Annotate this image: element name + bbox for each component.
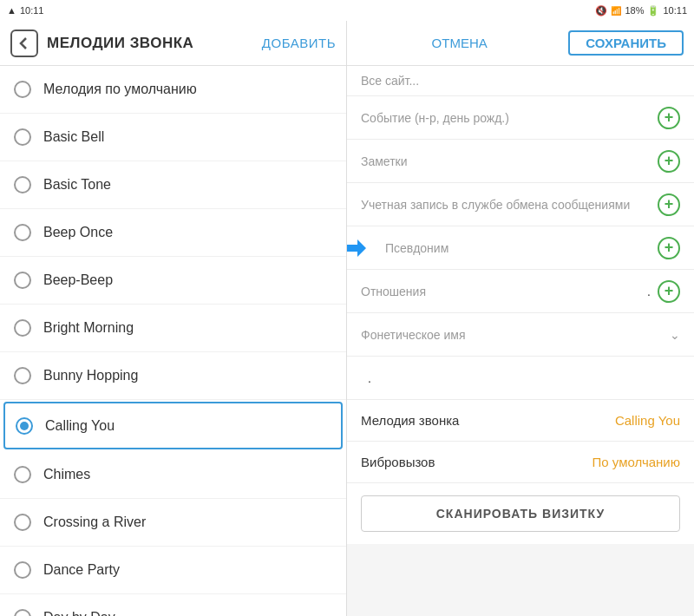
page-title: МЕЛОДИИ ЗВОНКА — [47, 35, 253, 52]
status-icon-left: ▲ — [7, 5, 16, 16]
ringtone-item-chimes[interactable]: Chimes — [0, 451, 346, 499]
ringtone-item-bright-morning[interactable]: Bright Morning — [0, 305, 346, 352]
all-emails-label: Все сайт... — [361, 74, 419, 88]
radio-circle-default — [14, 81, 31, 98]
signal-icon: 📶 — [611, 6, 621, 16]
ringtone-name-crossing-river: Crossing a River — [43, 514, 146, 530]
left-header: МЕЛОДИИ ЗВОНКА ДОБАВИТЬ — [0, 21, 346, 66]
ringtone-name-dance-party: Dance Party — [43, 562, 120, 578]
right-content: Все сайт... Событие (н-р, день рожд.) + … — [347, 66, 694, 616]
ringtone-item-default[interactable]: Мелодия по умолчанию — [0, 66, 346, 114]
phonetic-dot-row: . — [347, 357, 694, 400]
nickname-field-row: Псевдоним + — [347, 226, 694, 270]
event-field-row: Событие (н-р, день рожд.) + — [347, 96, 694, 140]
chevron-down-icon: ⌄ — [670, 328, 680, 342]
ringtone-item-basic-bell[interactable]: Basic Bell — [0, 114, 346, 161]
messaging-label: Учетная запись в службе обмена сообщения… — [361, 198, 658, 212]
ringtone-name-beep-beep: Beep-Beep — [43, 272, 113, 288]
ringtone-name-bright-morning: Bright Morning — [43, 320, 134, 336]
ringtone-item-beep-beep[interactable]: Beep-Beep — [0, 257, 346, 305]
radio-circle-basic-bell — [14, 128, 31, 146]
phonetic-dot-value: . — [368, 371, 371, 385]
nickname-add-button[interactable]: + — [658, 237, 680, 259]
event-add-button[interactable]: + — [658, 107, 680, 129]
status-time-right: 10:11 — [663, 5, 687, 16]
svg-marker-0 — [347, 239, 366, 257]
vibration-label: Вибровызов — [361, 455, 593, 469]
blue-arrow-icon — [347, 238, 366, 259]
ringtone-name-calling-you: Calling You — [45, 418, 115, 434]
status-time-left: 10:11 — [20, 5, 44, 16]
ringtone-item-bunny-hopping[interactable]: Bunny Hopping — [0, 352, 346, 400]
right-header: ОТМЕНА СОХРАНИТЬ — [347, 21, 694, 66]
ringtone-row: Мелодия звонка Calling You — [347, 400, 694, 442]
scan-button[interactable]: СКАНИРОВАТЬ ВИЗИТКУ — [361, 495, 680, 532]
add-button[interactable]: ДОБАВИТЬ — [262, 36, 336, 50]
radio-circle-bunny-hopping — [14, 367, 31, 384]
vibration-value: По умолчанию — [593, 455, 680, 469]
cancel-button[interactable]: ОТМЕНА — [357, 36, 561, 50]
ringtone-name-bunny-hopping: Bunny Hopping — [43, 368, 138, 383]
messaging-field-row: Учетная запись в службе обмена сообщения… — [347, 183, 694, 226]
mute-icon: 🔇 — [595, 5, 607, 16]
ringtone-item-calling-you[interactable]: Calling You — [3, 402, 343, 449]
notes-add-button[interactable]: + — [658, 150, 680, 173]
ringtone-item-beep-once[interactable]: Beep Once — [0, 209, 346, 257]
phonetic-field-row: Фонетическое имя ⌄ — [347, 313, 694, 357]
back-button[interactable] — [10, 29, 38, 57]
relations-label: Отношения — [361, 285, 640, 298]
status-left: ▲ 10:11 — [7, 5, 43, 16]
radio-circle-beep-once — [14, 224, 31, 241]
phonetic-label: Фонетическое имя — [361, 328, 670, 342]
status-right: 🔇 📶 18% 🔋 10:11 — [595, 5, 687, 16]
ringtone-name-day-by-day: Day by Day — [43, 610, 115, 616]
scan-button-row: СКАНИРОВАТЬ ВИЗИТКУ — [347, 483, 694, 544]
notes-field-row: Заметки + — [347, 140, 694, 183]
save-button[interactable]: СОХРАНИТЬ — [568, 30, 684, 56]
right-panel: ОТМЕНА СОХРАНИТЬ Все сайт... Событие (н-… — [347, 21, 694, 616]
ringtone-item-dance-party[interactable]: Dance Party — [0, 547, 346, 594]
status-bar: ▲ 10:11 🔇 📶 18% 🔋 10:11 — [0, 0, 694, 21]
relations-field-row: Отношения . + — [347, 270, 694, 313]
ringtone-name-default: Мелодия по умолчанию — [43, 82, 197, 97]
ringtone-item-crossing-river[interactable]: Crossing a River — [0, 499, 346, 547]
event-label: Событие (н-р, день рожд.) — [361, 111, 658, 125]
radio-circle-crossing-river — [14, 514, 31, 531]
radio-circle-day-by-day — [14, 609, 31, 616]
ringtone-item-day-by-day[interactable]: Day by Day — [0, 594, 346, 616]
messaging-add-button[interactable]: + — [658, 193, 680, 216]
vibration-row: Вибровызов По умолчанию — [347, 442, 694, 483]
ringtone-name-beep-once: Beep Once — [43, 225, 113, 240]
battery-percent: 18% — [625, 5, 644, 16]
all-emails-row: Все сайт... — [347, 66, 694, 96]
radio-circle-bright-morning — [14, 319, 31, 337]
ringtone-name-basic-bell: Basic Bell — [43, 129, 104, 145]
ringtone-name-basic-tone: Basic Tone — [43, 177, 111, 193]
radio-circle-basic-tone — [14, 176, 31, 193]
ringtone-value: Calling You — [615, 413, 680, 428]
ringtone-list: Мелодия по умолчаниюBasic BellBasic Tone… — [0, 66, 346, 616]
ringtone-label: Мелодия звонка — [361, 413, 615, 428]
relations-value: . — [647, 285, 651, 298]
radio-circle-calling-you — [16, 417, 33, 435]
radio-circle-chimes — [14, 466, 31, 483]
nickname-label: Псевдоним — [385, 241, 658, 255]
ringtone-name-chimes: Chimes — [43, 467, 90, 482]
ringtone-item-basic-tone[interactable]: Basic Tone — [0, 161, 346, 209]
radio-circle-beep-beep — [14, 272, 31, 289]
left-panel: МЕЛОДИИ ЗВОНКА ДОБАВИТЬ Мелодия по умолч… — [0, 21, 347, 616]
main-container: МЕЛОДИИ ЗВОНКА ДОБАВИТЬ Мелодия по умолч… — [0, 21, 694, 616]
relations-add-button[interactable]: + — [658, 280, 680, 303]
battery-icon: 🔋 — [647, 5, 659, 16]
radio-circle-dance-party — [14, 561, 31, 579]
notes-label: Заметки — [361, 154, 658, 168]
